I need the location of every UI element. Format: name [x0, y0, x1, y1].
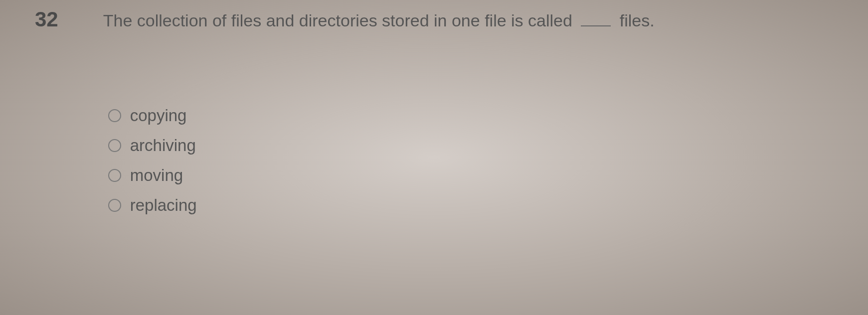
- question-text: The collection of files and directories …: [103, 9, 833, 31]
- question-text-before: The collection of files and directories …: [103, 11, 572, 30]
- option-label: archiving: [130, 136, 196, 155]
- fill-in-blank: [581, 25, 611, 26]
- option-copying[interactable]: copying: [108, 106, 833, 125]
- question-content: The collection of files and directories …: [103, 7, 833, 226]
- option-replacing[interactable]: replacing: [108, 196, 833, 215]
- radio-icon: [108, 199, 121, 212]
- radio-icon: [108, 139, 121, 152]
- option-label: replacing: [130, 196, 197, 215]
- question-container: 32 The collection of files and directori…: [0, 0, 868, 233]
- option-label: moving: [130, 166, 183, 185]
- option-archiving[interactable]: archiving: [108, 136, 833, 155]
- radio-icon: [108, 169, 121, 182]
- question-number: 32: [35, 7, 58, 31]
- options-list: copying archiving moving replacing: [108, 106, 833, 215]
- option-moving[interactable]: moving: [108, 166, 833, 185]
- question-text-after: files.: [620, 11, 655, 30]
- option-label: copying: [130, 106, 187, 125]
- radio-icon: [108, 109, 121, 122]
